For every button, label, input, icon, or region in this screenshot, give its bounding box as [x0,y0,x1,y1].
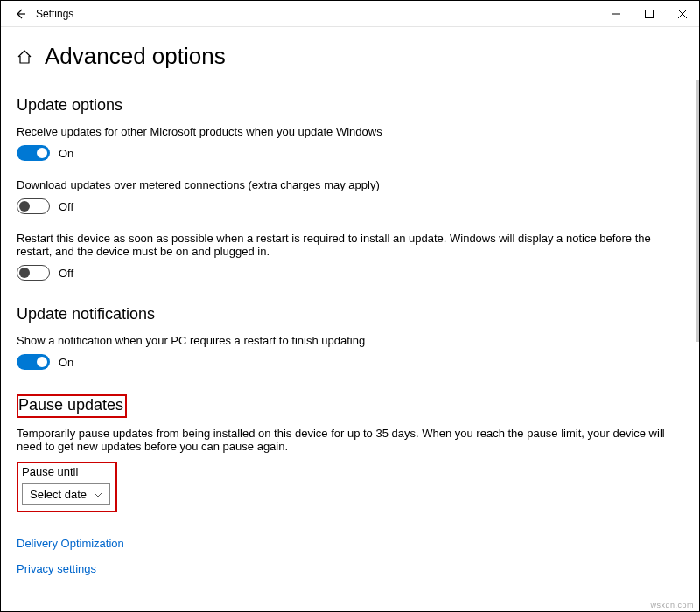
notify-toggle[interactable] [17,354,50,370]
receive-ms-label: Receive updates for other Microsoft prod… [17,125,682,138]
window-title: Settings [36,8,74,20]
update-options-heading: Update options [17,96,682,115]
watermark: wsxdn.com [650,601,694,609]
chevron-down-icon [94,490,102,499]
select-date-dropdown[interactable]: Select date [22,483,110,505]
delivery-optimization-link[interactable]: Delivery Optimization [17,537,124,550]
scrollbar-thumb[interactable] [696,80,699,342]
receive-ms-state: On [59,147,74,160]
home-icon[interactable] [17,49,32,65]
notify-label: Show a notification when your PC require… [17,334,682,347]
select-date-text: Select date [30,488,87,501]
update-notifications-section: Update notifications Show a notification… [17,305,682,370]
restart-toggle[interactable] [17,265,50,281]
pause-updates-description: Temporarily pause updates from being ins… [17,427,682,453]
notify-state: On [59,356,74,369]
maximize-button[interactable] [633,1,666,27]
privacy-settings-link[interactable]: Privacy settings [17,562,682,575]
content-area: Advanced options Update options Receive … [1,27,699,575]
restart-state: Off [59,267,74,280]
pause-updates-highlight: Pause updates [17,394,127,418]
update-notifications-heading: Update notifications [17,305,682,323]
receive-ms-toggle[interactable] [17,145,50,161]
close-button[interactable] [666,1,699,27]
restart-label: Restart this device as soon as possible … [17,232,682,258]
back-button[interactable] [13,7,27,21]
update-options-section: Update options Receive updates for other… [17,96,682,281]
scrollbar[interactable] [696,80,699,569]
metered-toggle[interactable] [17,198,50,214]
svg-rect-2 [646,10,654,17]
pause-until-label: Pause until [22,465,110,478]
metered-state: Off [59,200,74,213]
minimize-button[interactable] [599,1,633,27]
metered-label: Download updates over metered connection… [17,178,682,191]
title-bar: Settings [1,1,699,27]
pause-until-highlight: Pause until Select date [17,462,117,512]
pause-updates-section: Pause updates Temporarily pause updates … [17,394,682,512]
page-title: Advanced options [45,43,226,70]
pause-updates-heading: Pause updates [18,396,123,414]
